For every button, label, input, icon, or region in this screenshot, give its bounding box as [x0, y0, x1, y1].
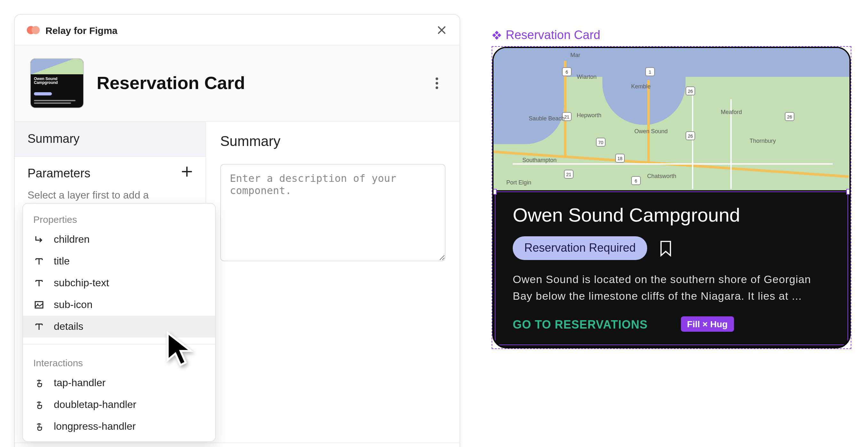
add-parameter-button[interactable]	[181, 166, 193, 181]
selection-outline: 6 21 70 1 26 26 26 21 6 18 Mar Wiarton K…	[492, 46, 851, 349]
component-title: Reservation Card	[97, 73, 245, 93]
close-icon	[437, 25, 447, 35]
description-input[interactable]	[220, 164, 445, 261]
relay-logo-icon	[26, 23, 40, 37]
tap-icon	[33, 399, 45, 411]
svg-point-2	[435, 78, 438, 80]
text-icon	[33, 321, 45, 332]
card-cta[interactable]: GO TO RESERVATIONS	[513, 318, 830, 332]
svg-point-1	[32, 26, 40, 34]
canvas: Reservation Card 6	[492, 28, 851, 349]
kebab-icon	[435, 77, 438, 90]
dropdown-heading-properties: Properties	[23, 210, 215, 229]
image-icon	[33, 299, 45, 310]
tap-icon	[33, 377, 45, 389]
chip-row: Reservation Required	[513, 236, 830, 260]
component-icon	[492, 30, 502, 40]
reservation-chip: Reservation Required	[513, 236, 647, 260]
parameters-dropdown: Properties children title subchip-text s…	[22, 203, 216, 442]
card-map: 6 21 70 1 26 26 26 21 6 18 Mar Wiarton K…	[494, 48, 849, 190]
plus-icon	[181, 166, 193, 177]
tap-icon	[33, 421, 45, 432]
cursor-icon	[165, 330, 196, 369]
svg-point-3	[435, 82, 438, 85]
sidebar-tab-parameters[interactable]: Parameters	[15, 157, 206, 189]
dropdown-item-tap-handler[interactable]: tap-handler	[23, 372, 215, 394]
component-thumbnail: Owen Sound Campground	[30, 58, 84, 108]
svg-point-4	[435, 86, 438, 89]
bookmark-icon	[659, 240, 673, 257]
component-menu-button[interactable]	[429, 76, 444, 91]
children-icon	[33, 234, 45, 245]
reservation-card: 6 21 70 1 26 26 26 21 6 18 Mar Wiarton K…	[492, 47, 851, 348]
brand-label: Relay for Figma	[45, 25, 118, 35]
parameter-hint: Select a layer first to add a	[15, 189, 206, 201]
dropdown-item-subchip-text[interactable]: subchip-text	[23, 272, 215, 294]
text-icon	[33, 277, 45, 289]
dropdown-item-sub-icon[interactable]: sub-icon	[23, 294, 215, 316]
panel-header: Relay for Figma	[15, 15, 460, 46]
close-button[interactable]	[435, 24, 448, 36]
canvas-component-label[interactable]: Reservation Card	[492, 28, 851, 42]
size-badge: Fill × Hug	[681, 316, 734, 332]
share-button[interactable]: Share with developer	[15, 443, 460, 447]
component-header: Owen Sound Campground Reservation Card	[15, 46, 460, 122]
main-pane: Summary	[206, 122, 460, 438]
card-body: Owen Sound Campground Reservation Requir…	[494, 190, 849, 347]
sidebar-tab-summary[interactable]: Summary	[15, 122, 206, 157]
parameters-label: Parameters	[28, 166, 90, 180]
card-description: Owen Sound is located on the southern sh…	[513, 271, 830, 304]
dropdown-item-longpress-handler[interactable]: longpress-handler	[23, 416, 215, 438]
text-icon	[33, 256, 45, 267]
main-heading: Summary	[220, 133, 445, 150]
dropdown-item-doubletap-handler[interactable]: doubletap-handler	[23, 394, 215, 416]
dropdown-item-children[interactable]: children	[23, 229, 215, 250]
dropdown-item-title[interactable]: title	[23, 250, 215, 272]
card-title: Owen Sound Campground	[513, 204, 830, 226]
